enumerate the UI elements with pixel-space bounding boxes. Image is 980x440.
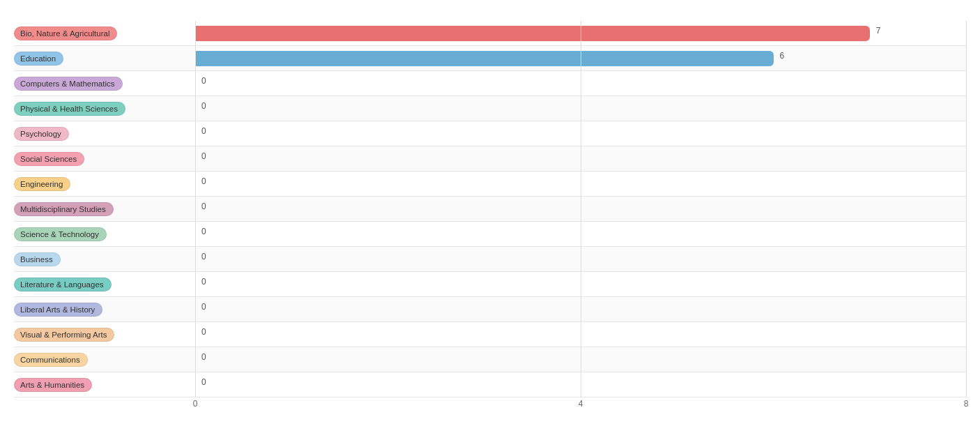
bar-row: Engineering0 (14, 172, 966, 197)
bar-label-pill: Literature & Languages (14, 278, 112, 291)
bar-label-pill: Psychology (14, 127, 69, 141)
bar-label-pill: Engineering (14, 177, 70, 191)
bar-label: Multidisciplinary Studies (14, 197, 195, 221)
bar-label: Literature & Languages (14, 272, 195, 296)
bar-label: Computers & Mathematics (14, 71, 195, 96)
bar-area: 7 (195, 21, 966, 45)
bar-row: Social Sciences0 (14, 146, 966, 172)
x-axis-tick: 8 (964, 399, 969, 409)
bar-label: Social Sciences (14, 146, 195, 171)
bar-label-pill: Communications (14, 353, 88, 367)
x-axis-tick: 4 (579, 399, 583, 409)
bar-value-label: 0 (201, 202, 206, 211)
bar-label-pill: Education (14, 52, 63, 66)
bar-row: Bio, Nature & Agricultural7 (14, 21, 966, 46)
bar-area: 6 (195, 46, 966, 70)
bar-area: 0 (195, 71, 966, 96)
bar-value-label: 7 (876, 26, 881, 36)
bar-area: 0 (195, 172, 966, 196)
bar-area: 0 (195, 322, 966, 347)
bar-label-pill: Liberal Arts & History (14, 303, 102, 317)
bar-area: 0 (195, 247, 966, 271)
bar-fill: 7 (195, 26, 870, 41)
bar-label: Liberal Arts & History (14, 297, 195, 321)
bar-label: Education (14, 46, 195, 70)
bar-value-label: 6 (780, 51, 785, 61)
bar-area: 0 (195, 222, 966, 246)
bar-value-label: 0 (201, 101, 206, 111)
bar-value-label: 0 (201, 151, 206, 161)
x-axis-tick: 0 (193, 399, 198, 409)
bar-row: Computers & Mathematics0 (14, 71, 966, 96)
bar-label: Bio, Nature & Agricultural (14, 21, 195, 45)
bar-row: Business0 (14, 247, 966, 272)
bar-area: 0 (195, 372, 966, 397)
bar-value-label: 0 (201, 227, 206, 236)
x-axis-container: 048 (195, 399, 952, 413)
bar-label: Communications (14, 347, 195, 372)
bar-row: Visual & Performing Arts0 (14, 322, 966, 347)
chart-container: Bio, Nature & Agricultural7Education6Com… (0, 0, 980, 440)
bar-label-pill: Computers & Mathematics (14, 77, 123, 91)
bar-label-pill: Science & Technology (14, 227, 107, 241)
bar-area: 0 (195, 347, 966, 372)
bar-row: Multidisciplinary Studies0 (14, 197, 966, 222)
bar-area: 0 (195, 121, 966, 146)
bar-row: Physical & Health Sciences0 (14, 96, 966, 121)
bar-value-label: 0 (201, 377, 206, 387)
grid-line (966, 21, 967, 397)
bar-area: 0 (195, 197, 966, 221)
bar-value-label: 0 (201, 327, 206, 337)
bar-label: Business (14, 247, 195, 271)
bar-label: Visual & Performing Arts (14, 322, 195, 347)
bar-value-label: 0 (201, 252, 206, 261)
bar-value-label: 0 (201, 126, 206, 136)
bar-label-pill: Visual & Performing Arts (14, 328, 114, 342)
bar-label-pill: Business (14, 252, 61, 266)
bar-label-pill: Bio, Nature & Agricultural (14, 26, 117, 40)
bar-value-label: 0 (201, 352, 206, 362)
bar-area: 0 (195, 297, 966, 321)
bar-value-label: 0 (201, 302, 206, 312)
bar-area: 0 (195, 96, 966, 121)
bar-label-pill: Physical & Health Sciences (14, 102, 125, 116)
bar-label: Psychology (14, 121, 195, 146)
bar-row: Liberal Arts & History0 (14, 297, 966, 322)
bar-area: 0 (195, 272, 966, 296)
bar-row: Education6 (14, 46, 966, 71)
bar-label: Arts & Humanities (14, 372, 195, 397)
bar-label: Science & Technology (14, 222, 195, 246)
bar-value-label: 0 (201, 76, 206, 86)
bar-row: Communications0 (14, 347, 966, 372)
bar-area: 0 (195, 146, 966, 171)
bar-label-pill: Arts & Humanities (14, 378, 92, 392)
bar-row: Arts & Humanities0 (14, 372, 966, 397)
chart-area: Bio, Nature & Agricultural7Education6Com… (14, 21, 966, 397)
bar-label: Engineering (14, 172, 195, 196)
bar-fill: 6 (195, 51, 774, 66)
bar-value-label: 0 (201, 176, 206, 186)
bar-row: Psychology0 (14, 121, 966, 146)
bar-row: Science & Technology0 (14, 222, 966, 247)
bar-value-label: 0 (201, 277, 206, 287)
bar-label-pill: Social Sciences (14, 152, 84, 166)
bar-row: Literature & Languages0 (14, 272, 966, 297)
bar-label-pill: Multidisciplinary Studies (14, 202, 114, 216)
bar-label: Physical & Health Sciences (14, 96, 195, 121)
